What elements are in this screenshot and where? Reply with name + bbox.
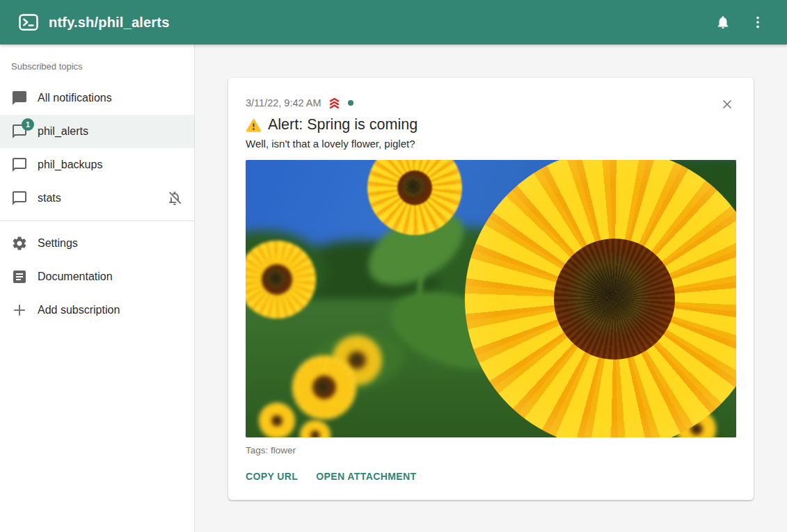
priority-high-icon <box>327 96 342 110</box>
sidebar-item-phil-backups[interactable]: phil_backups <box>0 148 194 182</box>
close-notification-button[interactable] <box>716 93 738 115</box>
article-icon <box>11 268 28 285</box>
sidebar-item-label: Add subscription <box>38 304 120 316</box>
sidebar-item-stats[interactable]: stats <box>0 182 194 215</box>
sunflower-large <box>465 160 736 437</box>
sidebar-item-label: Documentation <box>38 271 113 283</box>
notification-title-text: Alert: Spring is coming <box>268 116 418 134</box>
sidebar-item-all-notifications[interactable]: All notifications <box>0 81 194 115</box>
overflow-menu-icon[interactable] <box>742 7 773 38</box>
notification-title: Alert: Spring is coming <box>246 116 736 134</box>
sidebar-item-label: stats <box>38 192 61 204</box>
app-bar: ntfy.sh/phil_alerts <box>0 0 787 45</box>
unread-dot <box>348 100 353 106</box>
sidebar-item-label: Settings <box>38 237 78 250</box>
notifications-off-icon <box>166 190 183 207</box>
notification-timestamp: 3/11/22, 9:42 AM <box>246 97 321 108</box>
sunflower-small <box>259 403 295 437</box>
gear-icon <box>11 235 28 252</box>
notifications-bell-icon[interactable] <box>708 7 738 38</box>
main-content: 3/11/22, 9:42 AM Alert: Spring is coming <box>195 45 787 532</box>
sidebar-item-phil-alerts[interactable]: 1 phil_alerts <box>0 115 194 148</box>
open-attachment-button[interactable]: OPEN ATTACHMENT <box>316 467 416 486</box>
notification-actions: COPY URL OPEN ATTACHMENT <box>246 467 736 486</box>
notification-message: Well, isn't that a lovely flower, piglet… <box>246 138 736 150</box>
sidebar-item-label: All notifications <box>38 92 112 104</box>
notification-meta-row: 3/11/22, 9:42 AM <box>246 96 736 110</box>
sidebar-item-label: phil_backups <box>38 159 102 171</box>
chat-bubble-outline-icon <box>11 156 28 173</box>
copy-url-button[interactable]: COPY URL <box>246 467 298 486</box>
unread-count-badge: 1 <box>22 118 34 131</box>
sidebar: Subscribed topics All notifications 1 ph… <box>0 45 195 532</box>
close-icon <box>720 97 734 111</box>
sidebar-item-settings[interactable]: Settings <box>0 227 194 260</box>
sidebar-item-add-subscription[interactable]: Add subscription <box>0 293 194 327</box>
plus-icon <box>11 302 28 319</box>
notification-tags: Tags: flower <box>246 445 736 456</box>
attachment-image[interactable] <box>246 160 736 437</box>
sidebar-item-documentation[interactable]: Documentation <box>0 260 194 293</box>
sidebar-item-label: phil_alerts <box>38 125 88 138</box>
chat-bubble-outline-icon: 1 <box>11 123 28 140</box>
sidebar-divider <box>0 220 194 221</box>
sunflower-small <box>292 355 356 419</box>
chat-bubble-filled-icon <box>11 90 28 106</box>
chat-bubble-outline-icon <box>11 190 28 207</box>
notification-card: 3/11/22, 9:42 AM Alert: Spring is coming <box>228 78 754 500</box>
page-title: ntfy.sh/phil_alerts <box>49 15 169 31</box>
warning-triangle-icon <box>246 118 262 133</box>
terminal-logo-icon <box>18 12 39 33</box>
subscribed-topics-header: Subscribed topics <box>0 58 194 81</box>
